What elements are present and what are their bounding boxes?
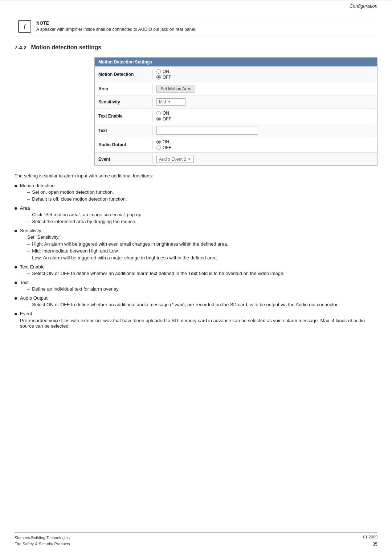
list-item: Motion detection – Set on, open motion d…	[15, 183, 377, 203]
bullet-label: Sensitivity	[20, 228, 41, 233]
sub-item: – Select the interested area by dragging…	[27, 219, 143, 224]
bullet-dot	[15, 266, 17, 268]
sub-item: – Set on, open motion detection function…	[27, 189, 127, 195]
audio-off-circle	[156, 145, 161, 150]
bullet-dot	[15, 185, 17, 187]
sub-list: – Select ON or OFF to define whether an …	[27, 302, 339, 307]
list-item: Sensitivity Set "Sensitivity." – High: A…	[15, 228, 377, 262]
table-row: Text Enable ON OFF	[95, 108, 377, 124]
audio-off-radio[interactable]: OFF	[156, 145, 373, 150]
intro-text: The setting is similar to alarm input wi…	[15, 173, 377, 178]
dash: –	[27, 196, 30, 202]
bullet-label: Event	[20, 311, 32, 316]
footer: Siemens Building Technologies Fire Safet…	[15, 532, 377, 547]
event-select[interactable]: Audio Event 2 ▼	[156, 156, 194, 163]
sub-item: – Select ON or OFF to define whether an …	[27, 302, 339, 307]
dash: –	[27, 189, 30, 195]
bullet-content: Audio Output – Select ON or OFF to defin…	[20, 295, 339, 309]
sub-item: – Default is off, close motion detection…	[27, 196, 127, 202]
bullet-content: Text – Define an individual text for ala…	[20, 280, 119, 293]
section-title: Motion detection settings	[31, 44, 101, 51]
audio-on-radio[interactable]: ON	[156, 139, 373, 144]
bold-text: Text	[188, 271, 198, 276]
note-section: i NOTE A speaker with amplifier inside s…	[15, 16, 377, 37]
footer-left: Siemens Building Technologies Fire Safet…	[15, 535, 70, 547]
bullet-content: Motion detection – Set on, open motion d…	[20, 183, 127, 203]
sub-list: – Set on, open motion detection function…	[27, 189, 127, 202]
event-note-text: Pre-recorded voice files with extension …	[20, 318, 377, 329]
event-dropdown-arrow: ▼	[188, 157, 191, 161]
bullet-content: Area – Click "Set motion area", an image…	[20, 205, 143, 226]
bullet-dot	[15, 297, 17, 300]
section-heading: 7.4.2 Motion detection settings	[15, 44, 377, 51]
sensitivity-selected-value: Mid	[159, 99, 166, 104]
bullet-content: Sensitivity Set "Sensitivity." – High: A…	[20, 228, 228, 262]
bullet-label: Text Enable	[20, 264, 45, 270]
motion-on-radio[interactable]: ON	[156, 69, 373, 74]
table-header: Motion Detection Settings	[95, 58, 377, 66]
event-value: Audio Event 2 ▼	[153, 153, 377, 165]
text-enable-value: ON OFF	[153, 108, 377, 124]
motion-on-label: ON	[163, 69, 169, 74]
motion-off-radio[interactable]: OFF	[156, 75, 373, 80]
dash: –	[27, 271, 30, 276]
bullet-label: Area	[20, 205, 30, 211]
sub-item: Set "Sensitivity."	[27, 234, 228, 240]
footer-division: Fire Safety & Security Products	[15, 541, 70, 547]
sensitivity-label: Sensitivity	[95, 97, 153, 107]
dash: –	[27, 241, 30, 247]
footer-date: 01.2009	[363, 535, 377, 539]
set-motion-area-button[interactable]: Set Motion Area	[156, 85, 195, 93]
sub-text: Mid: Intermediate between High and Low.	[32, 248, 119, 254]
sub-text: Select the interested area by dragging t…	[32, 219, 136, 224]
text-value	[153, 124, 377, 137]
content-area: The setting is similar to alarm input wi…	[15, 173, 377, 329]
motion-detection-label: Motion Detection	[95, 70, 153, 79]
area-label: Area	[95, 84, 153, 94]
note-title: NOTE	[36, 21, 196, 26]
table-row: Motion Detection ON OFF	[95, 66, 377, 82]
bullet-list: Motion detection – Set on, open motion d…	[15, 183, 377, 329]
bullet-content: Text Enable – Select ON or OFF to define…	[20, 264, 285, 278]
footer-company: Siemens Building Technologies	[15, 535, 70, 541]
table-row: Text	[95, 124, 377, 137]
note-content: NOTE A speaker with amplifier inside sha…	[36, 20, 196, 32]
sub-text: Select ON or OFF to define whether an ad…	[32, 271, 285, 276]
list-item: Text – Define an individual text for ala…	[15, 280, 377, 293]
list-item: Area – Click "Set motion area", an image…	[15, 205, 377, 226]
bullet-label: Text	[20, 280, 29, 285]
dash: –	[27, 219, 30, 224]
audio-output-radio-group: ON OFF	[156, 139, 373, 150]
sensitivity-dropdown-arrow: ▼	[167, 100, 171, 104]
motion-off-label: OFF	[163, 75, 171, 80]
bullet-label: Motion detection	[20, 183, 54, 188]
area-value: Set Motion Area	[153, 83, 377, 95]
table-row: Audio Output ON OFF	[95, 137, 377, 152]
sub-item: – Select ON or OFF to define whether an …	[27, 271, 285, 276]
text-enable-off-radio[interactable]: OFF	[156, 116, 373, 122]
sub-item: – High: An alarm will be triggered with …	[27, 241, 228, 247]
sensitivity-select[interactable]: Mid ▼	[156, 98, 185, 106]
sub-list: – Click "Set motion area", an image scre…	[27, 212, 143, 224]
sub-list: Set "Sensitivity." – High: An alarm will…	[27, 234, 228, 260]
bullet-dot	[15, 282, 17, 284]
sub-text: Select ON or OFF to define whether an ad…	[32, 302, 339, 307]
audio-on-label: ON	[163, 139, 169, 144]
text-enable-off-label: OFF	[163, 116, 171, 122]
list-item: Audio Output – Select ON or OFF to defin…	[15, 295, 377, 309]
text-enable-on-circle	[156, 111, 161, 115]
audio-output-value: ON OFF	[153, 137, 377, 152]
event-label: Event	[95, 155, 153, 164]
text-input[interactable]	[156, 127, 258, 135]
sub-text: Click "Set motion area", an image screen…	[32, 212, 143, 217]
text-label: Text	[95, 126, 153, 135]
sub-list: – Select ON or OFF to define whether an …	[27, 271, 285, 276]
event-selected-value: Audio Event 2	[159, 157, 186, 162]
table-row: Sensitivity Mid ▼	[95, 95, 377, 108]
header-title: Configuration	[350, 3, 377, 9]
text-enable-off-circle	[156, 117, 161, 121]
text-enable-on-radio[interactable]: ON	[156, 111, 373, 116]
list-item: Event Pre-recorded voice files with exte…	[15, 311, 377, 329]
dash: –	[27, 248, 30, 254]
table-row: Event Audio Event 2 ▼	[95, 152, 377, 165]
